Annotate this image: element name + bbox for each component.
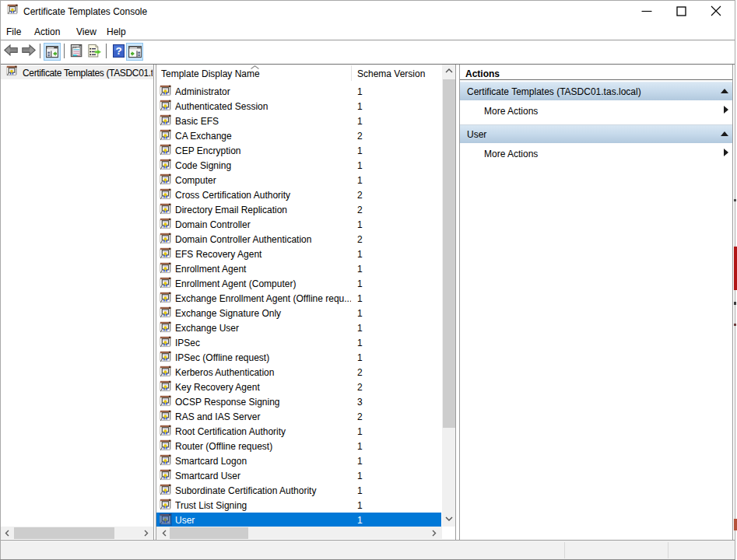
svg-text:?: ? bbox=[115, 45, 121, 57]
